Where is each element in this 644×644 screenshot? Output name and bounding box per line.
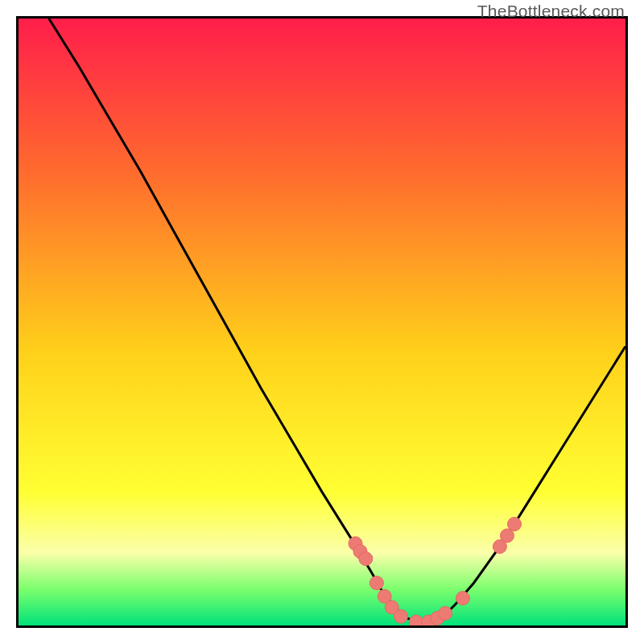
scatter-point xyxy=(369,576,383,590)
scatter-point xyxy=(439,606,452,620)
bottleneck-curve xyxy=(49,19,625,622)
scatter-points-group xyxy=(349,518,522,625)
plot-frame xyxy=(16,16,628,628)
curve-layer xyxy=(19,19,625,625)
scatter-point xyxy=(394,609,408,623)
scatter-point xyxy=(508,518,522,531)
scatter-point xyxy=(456,592,469,605)
watermark-text: TheBottleneck.com xyxy=(477,2,625,21)
scatter-point xyxy=(409,615,423,625)
scatter-point xyxy=(359,552,373,566)
